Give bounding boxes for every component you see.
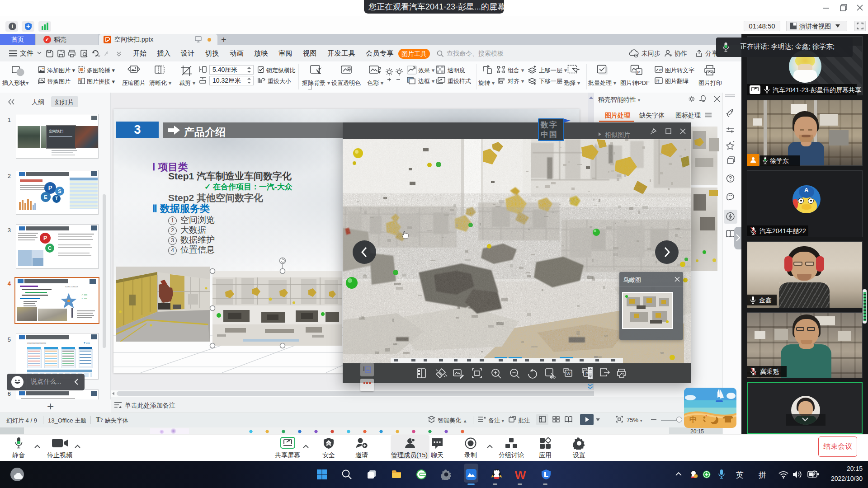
svg-text:W: W bbox=[566, 371, 571, 376]
svg-text:译: 译 bbox=[656, 79, 660, 83]
svg-text:W: W bbox=[659, 68, 662, 72]
svg-text:P: P bbox=[637, 70, 640, 75]
svg-text:中: 中 bbox=[689, 415, 697, 424]
